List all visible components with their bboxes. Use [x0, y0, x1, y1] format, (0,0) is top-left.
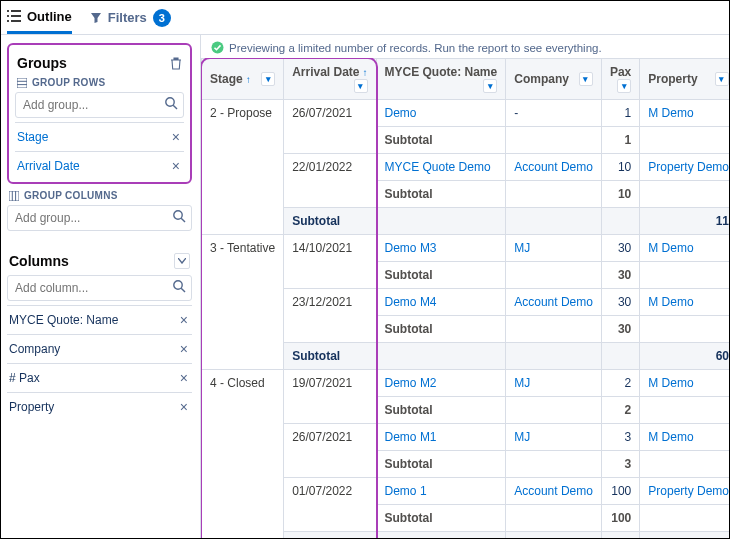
col-stage[interactable]: Stage↑▾	[202, 59, 284, 100]
column-item[interactable]: Company ×	[7, 334, 192, 363]
chevron-down-icon: ▾	[261, 72, 275, 86]
cell-property[interactable]: Property Demo	[640, 154, 729, 181]
columns-title: Columns	[9, 253, 69, 269]
stage-subtotal-pax: 105	[640, 532, 729, 539]
search-icon	[172, 279, 186, 293]
remove-icon[interactable]: ×	[180, 312, 188, 328]
column-item[interactable]: # Pax ×	[7, 363, 192, 392]
cell-property[interactable]: M Demo	[640, 100, 729, 127]
chevron-down-icon: ▾	[715, 72, 729, 86]
groups-title: Groups	[17, 55, 67, 71]
cell-quote[interactable]: Demo 1	[376, 478, 506, 505]
subtotal-label: Subtotal	[376, 451, 506, 478]
remove-icon[interactable]: ×	[180, 370, 188, 386]
report-table: Stage↑▾ Arrival Date↑▾ MYCE Quote: Name▾…	[201, 58, 729, 538]
cell-stage: 3 - Tentative	[202, 235, 284, 370]
svg-point-14	[174, 211, 182, 219]
cell-quote[interactable]: Demo M1	[376, 424, 506, 451]
table-row[interactable]: 4 - Closed19/07/2021Demo M2MJ2M Demo	[202, 370, 730, 397]
add-column[interactable]	[7, 275, 192, 301]
preview-banner: Previewing a limited number of records. …	[201, 35, 729, 58]
sort-asc-icon: ↑	[246, 74, 251, 85]
cell-quote[interactable]: Demo	[376, 100, 506, 127]
group-rows-label: GROUP ROWS	[32, 77, 105, 88]
column-item[interactable]: MYCE Quote: Name ×	[7, 305, 192, 334]
outline-icon	[7, 10, 21, 22]
column-label: # Pax	[9, 371, 40, 385]
search-icon	[164, 96, 178, 110]
svg-rect-11	[9, 191, 19, 201]
table-row[interactable]: 2 - Propose26/07/2021Demo-1M Demo	[202, 100, 730, 127]
svg-point-16	[174, 281, 182, 289]
cell-pax: 100	[601, 478, 639, 505]
cell-pax: 2	[601, 370, 639, 397]
col-pax[interactable]: Pax▾	[601, 59, 639, 100]
remove-icon[interactable]: ×	[180, 341, 188, 357]
cell-arrival: 22/01/2022	[284, 154, 376, 208]
cell-quote[interactable]: Demo M2	[376, 370, 506, 397]
cell-company[interactable]: MJ	[506, 424, 602, 451]
col-company[interactable]: Company▾	[506, 59, 602, 100]
cell-arrival: 14/10/2021	[284, 235, 376, 289]
cell-stage: 2 - Propose	[202, 100, 284, 235]
cell-company[interactable]: Account Demo	[506, 154, 602, 181]
col-arrival[interactable]: Arrival Date↑▾	[284, 59, 376, 100]
remove-icon[interactable]: ×	[172, 158, 180, 174]
cell-company[interactable]: -	[506, 100, 602, 127]
group-row-arrival[interactable]: Arrival Date ×	[15, 151, 184, 180]
remove-icon[interactable]: ×	[172, 129, 180, 145]
subtotal-pax: 30	[601, 316, 639, 343]
col-quote[interactable]: MYCE Quote: Name▾	[376, 59, 506, 100]
cell-property[interactable]: M Demo	[640, 424, 729, 451]
cols-icon	[9, 191, 19, 201]
cell-pax: 30	[601, 235, 639, 262]
subtotal-label: Subtotal	[376, 397, 506, 424]
subtotal-label: Subtotal	[284, 208, 506, 235]
cell-pax: 3	[601, 424, 639, 451]
tab-outline[interactable]: Outline	[7, 1, 72, 34]
check-icon	[211, 41, 224, 54]
add-column-input[interactable]	[7, 275, 192, 301]
subtotal-label: Subtotal	[376, 505, 506, 532]
add-group-cols[interactable]	[7, 205, 192, 231]
cell-property[interactable]: Property Demo	[640, 478, 729, 505]
cell-company[interactable]: Account Demo	[506, 289, 602, 316]
cell-company[interactable]: MJ	[506, 235, 602, 262]
cell-property[interactable]: M Demo	[640, 289, 729, 316]
stage-subtotal-pax: 60	[640, 343, 729, 370]
cell-arrival: 01/07/2022	[284, 478, 376, 532]
chevron-down-icon[interactable]	[174, 253, 190, 269]
cell-quote[interactable]: Demo M3	[376, 235, 506, 262]
preview-text: Previewing a limited number of records. …	[229, 42, 602, 54]
table-row[interactable]: 3 - Tentative14/10/2021Demo M3MJ30M Demo	[202, 235, 730, 262]
add-group-cols-input[interactable]	[7, 205, 192, 231]
cell-quote[interactable]: Demo M4	[376, 289, 506, 316]
subtotal-label: Subtotal	[284, 343, 506, 370]
col-property[interactable]: Property▾	[640, 59, 729, 100]
subtotal-pax: 10	[601, 181, 639, 208]
chevron-down-icon: ▾	[617, 79, 631, 93]
subtotal-pax: 100	[601, 505, 639, 532]
trash-icon[interactable]	[170, 57, 182, 70]
svg-line-17	[181, 288, 185, 292]
tab-bar: Outline Filters 3	[1, 1, 729, 35]
column-item[interactable]: Property ×	[7, 392, 192, 421]
stage-subtotal-pax: 11	[640, 208, 729, 235]
cell-quote[interactable]: MYCE Quote Demo	[376, 154, 506, 181]
add-group-rows-input[interactable]	[15, 92, 184, 118]
tab-filters[interactable]: Filters 3	[90, 1, 171, 34]
report-table-wrap[interactable]: Stage↑▾ Arrival Date↑▾ MYCE Quote: Name▾…	[201, 58, 729, 538]
cell-property[interactable]: M Demo	[640, 235, 729, 262]
cell-company[interactable]: Account Demo	[506, 478, 602, 505]
cell-property[interactable]: M Demo	[640, 370, 729, 397]
cell-company[interactable]: MJ	[506, 370, 602, 397]
group-row-label: Arrival Date	[17, 159, 80, 173]
group-row-stage[interactable]: Stage ×	[15, 122, 184, 151]
svg-rect-6	[17, 78, 27, 88]
add-group-rows[interactable]	[15, 92, 184, 118]
subtotal-label: Subtotal	[376, 316, 506, 343]
remove-icon[interactable]: ×	[180, 399, 188, 415]
sort-asc-icon: ↑	[363, 67, 368, 78]
subtotal-label: Subtotal	[284, 532, 506, 539]
left-sidebar: Groups GROUP ROWS	[1, 35, 201, 538]
